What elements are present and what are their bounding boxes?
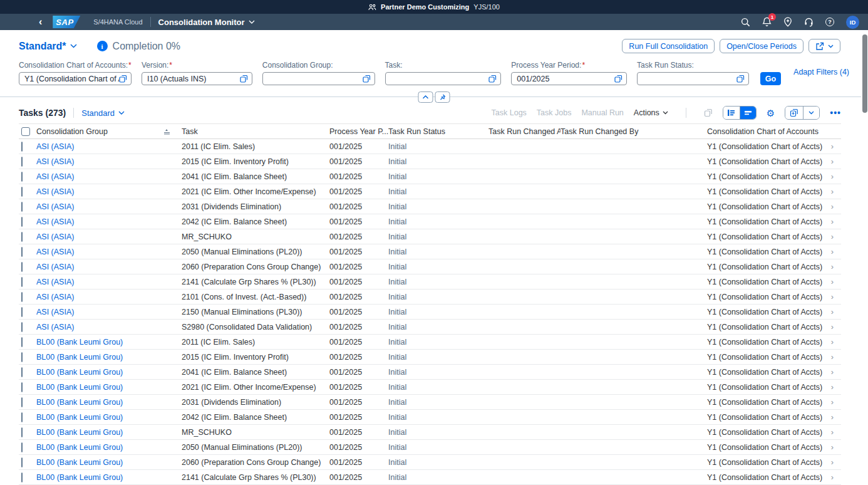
column-header-status[interactable]: Task Run Status [388, 127, 488, 136]
column-header-consolidation-group[interactable]: Consolidation Group [36, 127, 108, 136]
row-group-link[interactable]: ASI (ASIA) [36, 157, 182, 166]
export-button[interactable] [785, 107, 803, 119]
value-help-icon[interactable] [614, 75, 623, 83]
pin-plus-icon[interactable] [783, 17, 792, 27]
value-help-icon[interactable] [119, 75, 127, 83]
table-row[interactable]: ASI (ASIA) 2060 (Preparation Cons Group … [19, 259, 841, 274]
menu-icon[interactable] [19, 18, 28, 26]
version-input[interactable]: I10 (Actuals INS) [142, 72, 252, 85]
chevron-right-icon[interactable]: › [824, 232, 841, 241]
table-row[interactable]: BL00 (Bank Leumi Grou) MR_SCHUKO 001/202… [19, 425, 841, 440]
search-icon[interactable] [741, 18, 750, 27]
row-group-link[interactable]: ASI (ASIA) [36, 278, 182, 286]
row-group-link[interactable]: BL00 (Bank Leumi Grou) [36, 338, 182, 347]
row-checkbox[interactable] [21, 172, 23, 182]
table-row[interactable]: ASI (ASIA) MR_SCHUKO 001/2025 Initial Y1… [19, 229, 841, 244]
pin-header-button[interactable] [435, 91, 450, 103]
row-group-link[interactable]: ASI (ASIA) [36, 293, 182, 301]
run-full-consolidation-button[interactable]: Run Full Consolidation [622, 39, 715, 53]
column-header-changed-at[interactable]: Task Run Changed At [488, 127, 561, 136]
row-checkbox[interactable] [21, 442, 23, 452]
row-group-link[interactable]: ASI (ASIA) [36, 142, 182, 151]
chevron-right-icon[interactable]: › [824, 322, 841, 331]
row-group-link[interactable]: ASI (ASIA) [36, 172, 182, 181]
row-checkbox[interactable] [21, 307, 23, 317]
notifications-icon[interactable]: 1 [762, 17, 772, 27]
row-checkbox[interactable] [21, 382, 23, 392]
row-checkbox[interactable] [21, 277, 23, 287]
process-year-period-input[interactable]: 001/2025 [511, 72, 627, 85]
row-group-link[interactable]: ASI (ASIA) [36, 323, 182, 331]
row-checkbox[interactable] [21, 472, 23, 482]
row-checkbox[interactable] [21, 217, 23, 227]
table-row[interactable]: BL00 (Bank Leumi Grou) 2060 (Preparation… [19, 455, 841, 470]
column-header-task[interactable]: Task [182, 127, 329, 136]
table-row[interactable]: ASI (ASIA) 2021 (IC Elim. Other Income/E… [19, 184, 841, 199]
row-group-link[interactable]: ASI (ASIA) [36, 202, 182, 211]
row-checkbox[interactable] [21, 322, 23, 332]
row-group-link[interactable]: BL00 (Bank Leumi Grou) [36, 398, 182, 407]
column-header-coa[interactable]: Consolidation Chart of Accounts [707, 127, 824, 136]
table-row[interactable]: ASI (ASIA) 2101 (Cons. of Invest. (Act.-… [19, 289, 841, 305]
row-checkbox[interactable] [21, 187, 23, 197]
chevron-right-icon[interactable]: › [824, 187, 841, 196]
value-help-icon[interactable] [488, 75, 497, 83]
consolidation-group-input[interactable] [262, 72, 375, 85]
app-title-menu[interactable]: Consolidation Monitor [158, 18, 255, 27]
row-checkbox[interactable] [21, 142, 23, 152]
row-checkbox[interactable] [21, 202, 23, 212]
column-header-period[interactable]: Process Year P... [329, 127, 388, 136]
row-checkbox[interactable] [21, 247, 23, 257]
chevron-right-icon[interactable]: › [824, 307, 841, 316]
row-checkbox[interactable] [21, 367, 23, 377]
variant-selector[interactable]: Standard* [19, 41, 77, 52]
row-group-link[interactable]: BL00 (Bank Leumi Grou) [36, 428, 182, 437]
row-checkbox[interactable] [21, 157, 23, 167]
row-group-link[interactable]: ASI (ASIA) [36, 187, 182, 196]
row-group-link[interactable]: BL00 (Bank Leumi Grou) [36, 458, 182, 467]
row-checkbox[interactable] [21, 262, 23, 272]
task-jobs-button[interactable]: Task Jobs [537, 108, 572, 117]
chevron-right-icon[interactable]: › [824, 337, 841, 347]
select-all-checkbox[interactable] [21, 127, 30, 136]
value-help-icon[interactable] [363, 75, 371, 83]
chevron-right-icon[interactable]: › [824, 367, 841, 377]
collapse-header-button[interactable] [418, 91, 433, 103]
chevron-right-icon[interactable]: › [824, 172, 841, 181]
table-row[interactable]: BL00 (Bank Leumi Grou) 2141 (Calculate G… [19, 470, 841, 485]
row-group-link[interactable]: BL00 (Bank Leumi Grou) [36, 443, 182, 452]
help-icon[interactable]: ? [825, 18, 834, 26]
go-button[interactable]: Go [760, 72, 781, 85]
row-group-link[interactable]: BL00 (Bank Leumi Grou) [36, 473, 182, 482]
task-input[interactable] [385, 72, 502, 85]
column-header-changed-by[interactable]: Task Run Changed By [561, 127, 707, 136]
chevron-right-icon[interactable]: › [824, 202, 841, 211]
row-group-link[interactable]: ASI (ASIA) [36, 308, 182, 316]
expand-rows-button[interactable] [723, 107, 740, 119]
collapse-rows-button[interactable] [740, 107, 756, 119]
table-variant-selector[interactable]: Standard [81, 108, 125, 118]
table-row[interactable]: BL00 (Bank Leumi Grou) 2011 (IC Elim. Sa… [19, 335, 841, 350]
user-avatar[interactable]: ID [846, 16, 859, 29]
table-row[interactable]: ASI (ASIA) 2150 (Manual Eliminations (PL… [19, 305, 841, 320]
chevron-right-icon[interactable]: › [824, 382, 841, 392]
chevron-right-icon[interactable]: › [824, 352, 841, 362]
row-checkbox[interactable] [21, 352, 23, 362]
share-menu-button[interactable] [809, 39, 840, 53]
settings-gear-icon[interactable]: ⚙ [767, 108, 775, 118]
back-icon[interactable]: ‹ [39, 17, 42, 27]
row-group-link[interactable]: ASI (ASIA) [36, 217, 182, 226]
table-row[interactable]: ASI (ASIA) 2041 (IC Elim. Balance Sheet)… [19, 169, 841, 184]
row-group-link[interactable]: ASI (ASIA) [36, 248, 182, 256]
chevron-right-icon[interactable]: › [824, 412, 841, 422]
table-row[interactable]: ASI (ASIA) 2031 (Dividends Elimination) … [19, 199, 841, 214]
row-group-link[interactable]: ASI (ASIA) [36, 263, 182, 271]
chevron-right-icon[interactable]: › [824, 472, 841, 482]
table-row[interactable]: BL00 (Bank Leumi Grou) 2015 (IC Elim. In… [19, 350, 841, 365]
row-checkbox[interactable] [21, 337, 23, 347]
row-group-link[interactable]: BL00 (Bank Leumi Grou) [36, 353, 182, 362]
support-headset-icon[interactable] [804, 18, 814, 27]
table-row[interactable]: ASI (ASIA) 2011 (IC Elim. Sales) 001/202… [19, 139, 841, 154]
chevron-right-icon[interactable]: › [824, 397, 841, 407]
task-run-status-input[interactable] [637, 72, 749, 85]
